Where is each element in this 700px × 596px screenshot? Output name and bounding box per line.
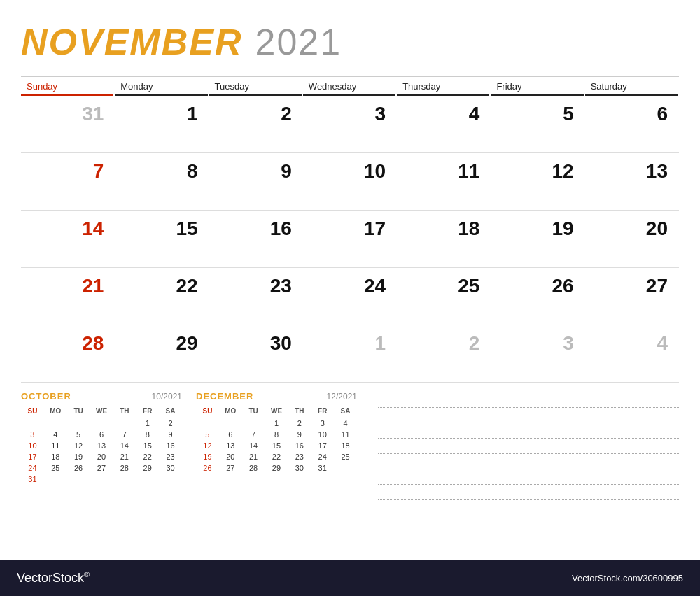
mini-dec-day: 16 bbox=[288, 440, 311, 451]
mini-dec-day bbox=[196, 418, 219, 429]
day-number: 23 bbox=[215, 272, 298, 297]
mini-oct-day: 3 bbox=[21, 429, 44, 440]
mini-oct-header-su: SU bbox=[21, 406, 44, 416]
mini-dec-day: 6 bbox=[219, 429, 242, 440]
week-row-5: 2829301234 bbox=[21, 325, 679, 383]
mini-dec-week-row: 19202122232425 bbox=[196, 451, 357, 462]
mini-dec-header-th: TH bbox=[288, 406, 311, 416]
mini-dec-day: 7 bbox=[242, 429, 265, 440]
mini-dec-day: 31 bbox=[311, 462, 334, 474]
day-number: 4 bbox=[591, 329, 673, 355]
mini-oct-day: 13 bbox=[90, 440, 113, 451]
mini-calendar-december: DECEMBER 12/2021 SUMOTUWETHFRSA 12345678… bbox=[196, 391, 371, 500]
mini-oct-day: 28 bbox=[113, 462, 136, 474]
year-title: 2021 bbox=[255, 21, 342, 63]
footer: VectorStock® VectorStock.com/30600995 bbox=[0, 560, 700, 596]
mini-dec-header-sa: SA bbox=[334, 406, 357, 416]
mini-dec-day: 4 bbox=[334, 418, 357, 429]
day-number: 30 bbox=[215, 329, 298, 355]
day-cell: 23 bbox=[209, 268, 303, 325]
mini-dec-day: 15 bbox=[265, 440, 288, 451]
footer-reg: ® bbox=[84, 570, 90, 579]
mini-dec-day: 23 bbox=[288, 451, 311, 462]
mini-dec-header: DECEMBER 12/2021 bbox=[196, 391, 357, 402]
day-cell: 30 bbox=[209, 325, 303, 382]
day-number: 5 bbox=[496, 100, 579, 125]
notes-lines bbox=[378, 398, 679, 500]
calendar-container: NOVEMBER 2021 SundayMondayTuesdayWednesd… bbox=[0, 0, 700, 560]
mini-oct-day: 22 bbox=[136, 451, 159, 462]
mini-oct-day: 20 bbox=[90, 451, 113, 462]
day-number: 1 bbox=[120, 100, 203, 125]
mini-calendar-october: OCTOBER 10/2021 SUMOTUWETHFRSA 123456789… bbox=[21, 391, 196, 500]
mini-oct-week-row: 31 bbox=[21, 474, 182, 485]
mini-oct-day: 23 bbox=[159, 451, 182, 462]
mini-dec-day bbox=[242, 418, 265, 429]
day-cell: 2 bbox=[397, 325, 491, 382]
mini-oct-day: 29 bbox=[136, 462, 159, 474]
week-row-3: 14151617181920 bbox=[21, 211, 679, 268]
mini-oct-day: 6 bbox=[90, 429, 113, 440]
mini-dec-day: 11 bbox=[334, 429, 357, 440]
mini-dec-day: 21 bbox=[242, 451, 265, 462]
mini-dec-day: 8 bbox=[265, 429, 288, 440]
mini-oct-day bbox=[44, 474, 67, 485]
day-number: 7 bbox=[27, 157, 109, 183]
mini-dec-month: DECEMBER bbox=[196, 391, 253, 402]
day-number: 2 bbox=[215, 100, 298, 125]
day-cell: 15 bbox=[115, 211, 209, 267]
notes-line-7 bbox=[378, 490, 679, 500]
day-cell: 20 bbox=[585, 211, 679, 267]
mini-oct-day: 17 bbox=[21, 451, 44, 462]
day-number: 27 bbox=[591, 272, 673, 297]
day-number: 26 bbox=[496, 272, 579, 297]
day-header-sunday: Sunday bbox=[21, 77, 113, 96]
mini-oct-day bbox=[159, 474, 182, 485]
day-cell: 3 bbox=[303, 96, 397, 152]
mini-oct-day bbox=[90, 418, 113, 429]
bottom-section: OCTOBER 10/2021 SUMOTUWETHFRSA 123456789… bbox=[21, 391, 679, 500]
mini-oct-day bbox=[90, 474, 113, 485]
mini-oct-day: 25 bbox=[44, 462, 67, 474]
day-number: 9 bbox=[215, 157, 298, 183]
mini-dec-day: 25 bbox=[334, 451, 357, 462]
mini-dec-day: 22 bbox=[265, 451, 288, 462]
mini-dec-day: 30 bbox=[288, 462, 311, 474]
mini-oct-year: 10/2021 bbox=[152, 392, 182, 402]
mini-oct-header-mo: MO bbox=[44, 406, 67, 416]
day-header-friday: Friday bbox=[491, 77, 583, 96]
mini-oct-day: 4 bbox=[44, 429, 67, 440]
main-calendar-grid: SundayMondayTuesdayWednesdayThursdayFrid… bbox=[21, 76, 679, 383]
day-cell: 8 bbox=[115, 153, 209, 210]
mini-dec-day: 3 bbox=[311, 418, 334, 429]
day-number: 17 bbox=[309, 215, 391, 240]
day-number: 22 bbox=[120, 272, 203, 297]
day-cell: 26 bbox=[491, 268, 584, 325]
mini-oct-day: 1 bbox=[136, 418, 159, 429]
mini-oct-grid: SUMOTUWETHFRSA 1234567891011121314151617… bbox=[21, 406, 182, 485]
day-number: 25 bbox=[402, 272, 485, 297]
day-number: 12 bbox=[496, 157, 579, 183]
mini-oct-day: 8 bbox=[136, 429, 159, 440]
mini-dec-week-row: 262728293031 bbox=[196, 462, 357, 474]
mini-dec-header-mo: MO bbox=[219, 406, 242, 416]
day-number: 8 bbox=[120, 157, 203, 183]
mini-oct-day bbox=[113, 418, 136, 429]
mini-dec-day: 13 bbox=[219, 440, 242, 451]
mini-dec-day: 19 bbox=[196, 451, 219, 462]
mini-oct-day bbox=[67, 418, 90, 429]
mini-oct-day: 9 bbox=[159, 429, 182, 440]
notes-line-4 bbox=[378, 444, 679, 454]
mini-oct-day: 18 bbox=[44, 451, 67, 462]
mini-oct-week-row: 24252627282930 bbox=[21, 462, 182, 474]
mini-oct-day bbox=[136, 474, 159, 485]
day-number: 28 bbox=[27, 329, 109, 355]
day-number: 13 bbox=[591, 157, 673, 183]
day-cell: 6 bbox=[585, 96, 679, 152]
day-cell: 24 bbox=[303, 268, 397, 325]
day-cell: 12 bbox=[491, 153, 584, 210]
mini-oct-day: 12 bbox=[67, 440, 90, 451]
mini-dec-weeks: 1234567891011121314151617181920212223242… bbox=[196, 418, 357, 474]
footer-url: VectorStock.com/30600995 bbox=[572, 573, 683, 583]
mini-oct-day: 7 bbox=[113, 429, 136, 440]
